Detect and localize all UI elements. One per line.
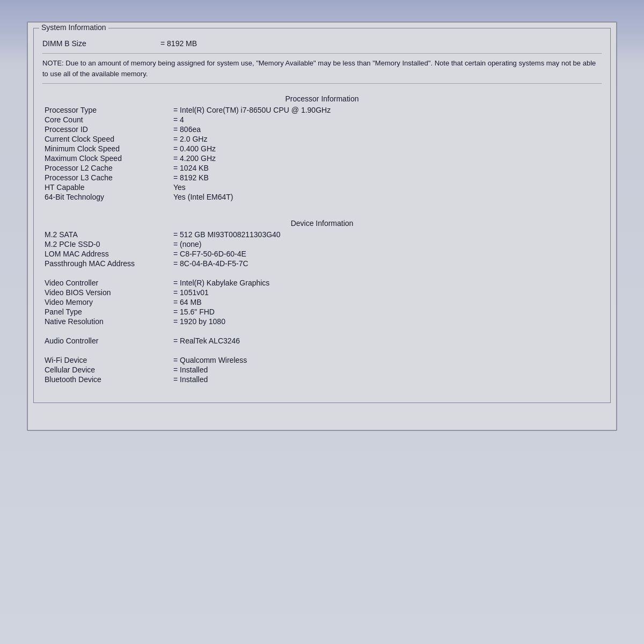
row-value: = 8192 KB — [171, 173, 602, 182]
row-label: Processor ID — [42, 125, 171, 134]
bottom-bar — [28, 408, 616, 430]
row-value: = (none) — [171, 239, 602, 249]
table-row: Cellular Device= Installed — [42, 365, 602, 375]
row-label: Wi-Fi Device — [42, 355, 171, 365]
video-table: Video Controller= Intel(R) Kabylake Grap… — [42, 278, 602, 326]
table-row: Bluetooth Device= Installed — [42, 375, 602, 384]
table-row: Video Controller= Intel(R) Kabylake Grap… — [42, 278, 602, 288]
row-label: Audio Controller — [42, 336, 171, 346]
group-title: System Information — [39, 23, 108, 32]
table-row: HT CapableYes — [42, 182, 602, 192]
row-label: Cellular Device — [42, 365, 171, 375]
table-row: Video Memory= 64 MB — [42, 297, 602, 307]
table-row: M.2 PCIe SSD-0= (none) — [42, 239, 602, 249]
processor-table: Processor Type= Intel(R) Core(TM) i7-865… — [42, 105, 602, 202]
row-label: Processor Type — [42, 105, 171, 115]
note-text: NOTE: Due to an amount of memory being a… — [42, 53, 602, 84]
row-label: M.2 PCIe SSD-0 — [42, 239, 171, 249]
row-label: Current Clock Speed — [42, 134, 171, 144]
audio-table: Audio Controller= RealTek ALC3246 — [42, 336, 602, 346]
video-section: Video Controller= Intel(R) Kabylake Grap… — [42, 278, 602, 326]
wireless-section: Wi-Fi Device= Qualcomm WirelessCellular … — [42, 355, 602, 384]
row-value: = Installed — [171, 375, 602, 384]
row-value: = 1920 by 1080 — [171, 317, 602, 326]
row-value: Yes — [171, 182, 602, 192]
row-value: = 8C-04-BA-4D-F5-7C — [171, 259, 602, 268]
row-label: Video Memory — [42, 297, 171, 307]
row-label: Passthrough MAC Address — [42, 259, 171, 268]
table-row: Processor L2 Cache= 1024 KB — [42, 163, 602, 173]
row-value: = 512 GB MI93T008211303G40 — [171, 230, 602, 239]
row-value: = 15.6" FHD — [171, 307, 602, 317]
row-label: Minimum Clock Speed — [42, 144, 171, 153]
table-row: Minimum Clock Speed= 0.400 GHz — [42, 144, 602, 153]
row-label: LOM MAC Address — [42, 249, 171, 259]
table-row: Native Resolution= 1920 by 1080 — [42, 317, 602, 326]
row-label: Processor L2 Cache — [42, 163, 171, 173]
row-value: = Intel(R) Kabylake Graphics — [171, 278, 602, 288]
audio-section: Audio Controller= RealTek ALC3246 — [42, 336, 602, 346]
row-value: = RealTek ALC3246 — [171, 336, 602, 346]
row-value: = 4.200 GHz — [171, 153, 602, 163]
row-value: = 1051v01 — [171, 288, 602, 297]
dimm-row: DIMM B Size = 8192 MB — [42, 39, 602, 48]
row-label: Video BIOS Version — [42, 288, 171, 297]
device-section: Device Information M.2 SATA= 512 GB MI93… — [42, 219, 602, 268]
device-section-title: Device Information — [42, 219, 602, 228]
table-row: 64-Bit TechnologyYes (Intel EM64T) — [42, 192, 602, 202]
row-label: 64-Bit Technology — [42, 192, 171, 202]
table-row: Processor ID= 806ea — [42, 125, 602, 134]
table-row: Audio Controller= RealTek ALC3246 — [42, 336, 602, 346]
processor-section: Processor Information Processor Type= In… — [42, 94, 602, 202]
row-value: = 64 MB — [171, 297, 602, 307]
table-row: Processor L3 Cache= 8192 KB — [42, 173, 602, 182]
table-row: LOM MAC Address= C8-F7-50-6D-60-4E — [42, 249, 602, 259]
row-value: Yes (Intel EM64T) — [171, 192, 602, 202]
row-label: HT Capable — [42, 182, 171, 192]
table-row: Video BIOS Version= 1051v01 — [42, 288, 602, 297]
device-table: M.2 SATA= 512 GB MI93T008211303G40M.2 PC… — [42, 230, 602, 268]
row-label: Processor L3 Cache — [42, 173, 171, 182]
row-value: = C8-F7-50-6D-60-4E — [171, 249, 602, 259]
row-label: Video Controller — [42, 278, 171, 288]
row-label: Panel Type — [42, 307, 171, 317]
row-value: = Intel(R) Core(TM) i7-8650U CPU @ 1.90G… — [171, 105, 602, 115]
row-value: = 806ea — [171, 125, 602, 134]
table-row: Panel Type= 15.6" FHD — [42, 307, 602, 317]
table-row: M.2 SATA= 512 GB MI93T008211303G40 — [42, 230, 602, 239]
row-label: Bluetooth Device — [42, 375, 171, 384]
info-panel: DIMM B Size = 8192 MB NOTE: Due to an am… — [34, 32, 610, 402]
system-info-group: System Information DIMM B Size = 8192 MB… — [33, 28, 611, 403]
row-value: = 4 — [171, 115, 602, 125]
main-window: System Information DIMM B Size = 8192 MB… — [27, 21, 617, 431]
table-row: Passthrough MAC Address= 8C-04-BA-4D-F5-… — [42, 259, 602, 268]
row-label: Native Resolution — [42, 317, 171, 326]
row-value: = 1024 KB — [171, 163, 602, 173]
processor-section-title: Processor Information — [42, 94, 602, 103]
row-value: = 2.0 GHz — [171, 134, 602, 144]
dimm-label: DIMM B Size — [42, 39, 160, 48]
wireless-table: Wi-Fi Device= Qualcomm WirelessCellular … — [42, 355, 602, 384]
row-value: = Installed — [171, 365, 602, 375]
table-row: Maximum Clock Speed= 4.200 GHz — [42, 153, 602, 163]
table-row: Core Count= 4 — [42, 115, 602, 125]
table-row: Current Clock Speed= 2.0 GHz — [42, 134, 602, 144]
row-value: = 0.400 GHz — [171, 144, 602, 153]
table-row: Processor Type= Intel(R) Core(TM) i7-865… — [42, 105, 602, 115]
table-row: Wi-Fi Device= Qualcomm Wireless — [42, 355, 602, 365]
row-value: = Qualcomm Wireless — [171, 355, 602, 365]
row-label: Maximum Clock Speed — [42, 153, 171, 163]
row-label: M.2 SATA — [42, 230, 171, 239]
dimm-value: = 8192 MB — [160, 39, 602, 48]
row-label: Core Count — [42, 115, 171, 125]
